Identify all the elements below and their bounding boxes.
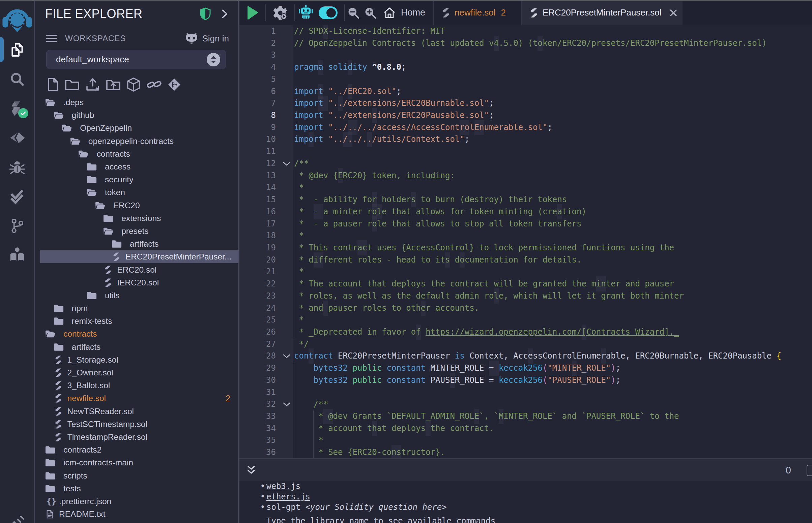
tree-item-access[interactable]: access (35, 160, 239, 173)
code-line[interactable]: 2// OpenZeppelin Contracts (last updated… (240, 37, 812, 50)
code-line[interactable]: 30 bytes32 public constant PAUSER_ROLE =… (240, 374, 812, 386)
code-line[interactable]: 21 * (240, 266, 812, 278)
sidebar-item-learneth[interactable] (0, 240, 34, 270)
terminal-link[interactable]: web3.js (266, 481, 300, 492)
tab-erc20presetminterpauser[interactable]: ERC20PresetMinterPauser.sol (522, 0, 683, 25)
sidebar-item-git[interactable] (0, 211, 34, 240)
tree-item-erc20-sol[interactable]: ERC20.sol (35, 263, 239, 276)
sidebar-item-file-explorer[interactable] (0, 35, 34, 65)
code-line[interactable]: 29 bytes32 public constant MINTER_ROLE =… (240, 362, 812, 374)
tree-item-readme-txt[interactable]: README.txt (35, 508, 239, 521)
sidebar-item-search[interactable] (0, 65, 34, 94)
tree-item-contracts[interactable]: contracts (35, 148, 239, 160)
code-editor[interactable]: 1// SPDX-License-Identifier: MIT2// Open… (240, 25, 812, 458)
new-file-icon[interactable] (47, 78, 59, 91)
code-line[interactable]: 5 (240, 73, 812, 86)
workspace-select[interactable]: default_workspace (46, 50, 226, 69)
tree-item-tests[interactable]: tests (35, 482, 239, 495)
code-line[interactable]: 8import "../extensions/ERC20Pausable.sol… (240, 109, 812, 122)
ai-copilot-toggle[interactable] (319, 6, 338, 19)
git-clone-icon[interactable] (168, 78, 181, 91)
tree-item-openzeppelin-contracts[interactable]: openzeppelin-contracts (35, 135, 239, 148)
tree-item-artifacts[interactable]: artifacts (35, 238, 239, 250)
tree-item-contracts[interactable]: contracts (35, 327, 239, 340)
sidebar-item-unit-testing[interactable] (0, 182, 34, 211)
tree-item-newfile-sol[interactable]: newfile.sol2 (35, 392, 239, 405)
code-line[interactable]: 16 * - a minter role that allows for tok… (240, 206, 812, 218)
code-line[interactable]: 12/** (240, 158, 812, 170)
code-line[interactable]: 35 * (240, 434, 812, 447)
tree-item-timestampreader-sol[interactable]: TimestampReader.sol (35, 431, 239, 444)
code-line[interactable]: 31 (240, 386, 812, 399)
new-folder-icon[interactable] (65, 78, 79, 91)
tree-item--prettierrc-json[interactable]: {}.prettierrc.json (35, 495, 239, 508)
code-line[interactable]: 15 * - ability for holders to burn (dest… (240, 194, 812, 206)
code-line[interactable]: 1// SPDX-License-Identifier: MIT (240, 25, 812, 37)
window-top-scrollbar[interactable] (0, 0, 812, 1)
code-line[interactable]: 27 */ (240, 338, 812, 350)
tree-item-erc20[interactable]: ERC20 (35, 199, 239, 212)
tree-item-openzeppelin[interactable]: OpenZeppelin (35, 122, 239, 134)
tree-item-utils[interactable]: utils (35, 289, 239, 302)
tree-item--deps[interactable]: .deps (35, 96, 239, 109)
workspaces-menu-icon[interactable] (46, 34, 57, 43)
close-icon[interactable] (669, 8, 678, 17)
code-line[interactable]: 4pragma solidity ^0.8.0; (240, 61, 812, 73)
upload-folder-icon[interactable] (106, 78, 120, 91)
code-line[interactable]: 25 * (240, 314, 812, 326)
code-line[interactable]: 14 * (240, 182, 812, 194)
tree-item-newtsreader-sol[interactable]: NewTSReader.sol (35, 405, 239, 418)
tab-newfile[interactable]: newfile.sol 2 (434, 0, 521, 25)
terminal-link[interactable]: ethers.js (266, 492, 310, 502)
shield-icon[interactable] (200, 7, 211, 20)
tree-item-3-ballot-sol[interactable]: 3_Ballot.sol (35, 379, 239, 392)
sidebar-item-debugger[interactable] (0, 152, 34, 182)
code-line[interactable]: 19 * This contract uses {AccessControl} … (240, 242, 812, 254)
code-line[interactable]: 34 * account that deploys the contract. (240, 422, 812, 435)
code-line[interactable]: 7import "../extensions/ERC20Burnable.sol… (240, 97, 812, 109)
tree-item-token[interactable]: token (35, 186, 239, 199)
code-line[interactable]: 26 * _Deprecated in favor of https://wiz… (240, 326, 812, 338)
fold-chevron-icon[interactable] (283, 398, 292, 411)
code-line[interactable]: 17 * - a pauser role that allows to stop… (240, 218, 812, 230)
tree-item-1-storage-sol[interactable]: 1_Storage.sol (35, 354, 239, 366)
sidebar-item-deploy-run[interactable] (0, 123, 34, 152)
tree-item-npm[interactable]: npm (35, 302, 239, 315)
tree-item-icm-contracts-main[interactable]: icm-contracts-main (35, 456, 239, 469)
run-script-button[interactable] (240, 0, 265, 25)
sidebar-item-plugin-manager[interactable] (0, 513, 34, 523)
tree-item-presets[interactable]: presets (35, 225, 239, 238)
code-line[interactable]: 9import "../../../access/AccessControlEn… (240, 122, 812, 134)
sign-in-button[interactable]: Sign in (202, 33, 229, 44)
workspace-sort-icon[interactable] (207, 53, 220, 66)
tree-item-contracts2[interactable]: contracts2 (35, 444, 239, 456)
upload-file-icon[interactable] (86, 78, 100, 91)
tree-item-testsctimestamp-sol[interactable]: TestSCTimestamp.sol (35, 418, 239, 431)
terminal-output[interactable]: •web3.js•ethers.js•sol-gpt <your Solidit… (240, 481, 812, 523)
code-line[interactable]: 18 * (240, 230, 812, 242)
ai-assistant-icon[interactable] (297, 0, 315, 25)
link-icon[interactable] (147, 78, 161, 91)
fold-chevron-icon[interactable] (283, 158, 292, 170)
code-line[interactable]: 11 (240, 146, 812, 158)
script-config-button[interactable] (266, 0, 294, 25)
code-line[interactable]: 22 * The account that deploys the contra… (240, 278, 812, 290)
remix-logo[interactable] (0, 0, 34, 35)
code-line[interactable]: 24 * and pauser roles to other accounts. (240, 302, 812, 314)
expand-terminal-icon[interactable] (246, 465, 256, 475)
zoom-out-button[interactable] (345, 0, 362, 25)
tree-item-security[interactable]: security (35, 173, 239, 186)
code-line[interactable]: 10import "../../../utils/Context.sol"; (240, 133, 812, 146)
tree-item-extensions[interactable]: extensions (35, 212, 239, 225)
tree-item-github[interactable]: github (35, 109, 239, 122)
code-line[interactable]: 20 * different roles - head to its docum… (240, 254, 812, 266)
tree-item-ierc20-sol[interactable]: IERC20.sol (35, 276, 239, 289)
ipfs-cube-icon[interactable] (127, 77, 140, 92)
sidebar-item-solidity-compiler[interactable] (0, 94, 34, 123)
chevron-right-icon[interactable] (220, 9, 229, 19)
tree-item-scripts[interactable]: scripts (35, 469, 239, 482)
terminal-bar[interactable]: 0 (240, 458, 812, 481)
zoom-in-button[interactable] (362, 0, 379, 25)
code-line[interactable]: 36 * See {ERC20-constructor}. (240, 447, 812, 458)
tree-item-artifacts[interactable]: artifacts (35, 341, 239, 354)
